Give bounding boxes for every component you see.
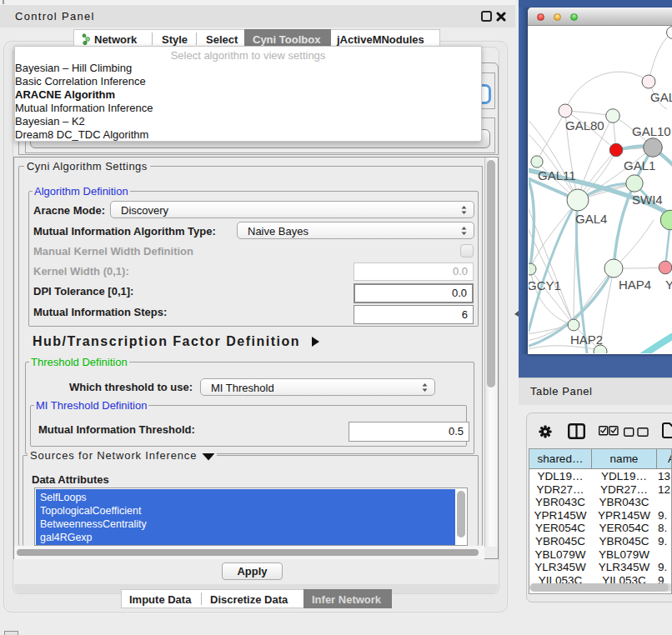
- svg-text:GAL4: GAL4: [575, 212, 607, 226]
- svg-text:GAL10: GAL10: [632, 124, 671, 138]
- svg-text:YM: YM: [665, 278, 672, 292]
- svg-text:SWI4: SWI4: [632, 192, 663, 207]
- svg-text:GAL1: GAL1: [624, 158, 655, 172]
- svg-text:GAL11: GAL11: [538, 168, 576, 182]
- svg-text:GAL80: GAL80: [565, 118, 604, 132]
- svg-text:HAP4: HAP4: [619, 278, 651, 292]
- svg-text:HAP2: HAP2: [570, 332, 603, 347]
- svg-text:GCY1: GCY1: [529, 278, 561, 292]
- svg-text:GAL7: GAL7: [650, 90, 672, 104]
